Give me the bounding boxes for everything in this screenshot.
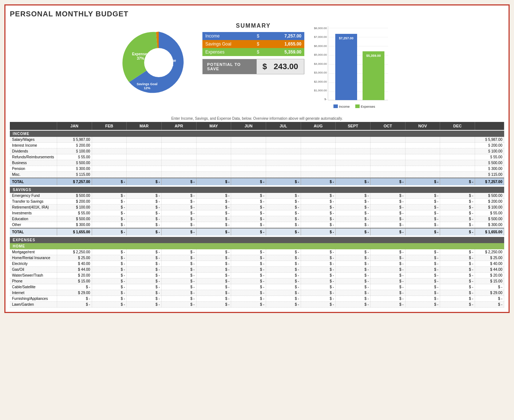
cell [440, 172, 475, 177]
table-row: Cable/Satellite $ - $ -$ -$ - $ -$ -$ - … [10, 284, 504, 290]
cell [371, 166, 406, 171]
expenses-value: 5,359.00 [267, 48, 304, 56]
cell [406, 166, 440, 171]
cell [371, 148, 406, 154]
home-subsection-header: HOME [10, 243, 504, 249]
cell [92, 137, 127, 142]
cell: $ 300.00 [57, 166, 92, 171]
cell [197, 172, 232, 177]
cell [92, 172, 127, 177]
row-total: $ 300.00 [475, 166, 504, 171]
savings-currency: $ [254, 40, 268, 48]
cell [371, 160, 406, 166]
cell [336, 160, 371, 166]
cell [301, 143, 336, 148]
income-section: INCOME Salary/Wages $ 5,987.00 $ 5,987.0… [10, 131, 504, 185]
savings-value: 1,655.00 [267, 40, 304, 48]
table-row: Investments $ 55.00 $ -$ -$ - $ -$ -$ - … [10, 210, 504, 216]
cell [197, 166, 232, 171]
cell [336, 148, 371, 154]
row-total: $ 500.00 [475, 160, 504, 166]
summary-table: Income $ 7,257.00 Savings Goal $ 1,655.0… [202, 32, 304, 56]
table-row: Retirement(401K, IRA) $ 100.00 $ -$ -$ -… [10, 205, 504, 210]
cell [406, 143, 440, 148]
cell [371, 137, 406, 142]
svg-text:$8,000.00: $8,000.00 [314, 27, 327, 30]
table-row: Home/Rental Insurance $ 25.00 $ -$ -$ - … [10, 255, 504, 261]
cell [92, 148, 127, 154]
cell [266, 148, 301, 154]
table-row: Phone $ 15.00 $ -$ -$ - $ -$ -$ - $ -$ -… [10, 278, 504, 284]
potential-save-value: $ 243.00 [257, 60, 304, 74]
cell [162, 148, 197, 154]
income-label: Income [202, 32, 254, 40]
cell [266, 143, 301, 148]
cell [406, 148, 440, 154]
cell [301, 137, 336, 142]
svg-text:$7,257.00: $7,257.00 [339, 36, 353, 40]
cell [406, 160, 440, 166]
income-section-header: INCOME [10, 131, 504, 137]
header-jun: JUN [231, 122, 266, 130]
cell [92, 143, 127, 148]
summary-title: SUMMARY [202, 23, 304, 29]
svg-text:$1,000.00: $1,000.00 [314, 89, 327, 92]
cell [406, 137, 440, 142]
table-row: Lawn/Garden $ - $ -$ -$ - $ -$ -$ - $ -$… [10, 302, 504, 308]
cell [440, 154, 475, 160]
total-dec: $ - [440, 178, 475, 185]
total-mar: $ - [127, 178, 162, 185]
months-header: JAN FEB MAR APR MAY JUN JUL AUG SEPT OCT… [10, 122, 504, 130]
svg-text:51%: 51% [166, 63, 173, 67]
header-nov: NOV [406, 122, 440, 130]
cell [127, 148, 162, 154]
cell [197, 148, 232, 154]
table-row: Misc. $ 115.00 $ 115.00 [10, 172, 504, 178]
cell [440, 137, 475, 142]
cell [197, 154, 232, 160]
total-oct: $ - [371, 178, 406, 185]
svg-text:Savings Goal: Savings Goal [137, 82, 157, 86]
cell [162, 172, 197, 177]
cell [162, 166, 197, 171]
row-total: $ 5,987.00 [475, 137, 504, 142]
table-row: Internet $ 29.00 $ -$ -$ - $ -$ -$ - $ -… [10, 290, 504, 296]
cell [440, 160, 475, 166]
svg-text:$2,000.00: $2,000.00 [314, 80, 327, 83]
table-row: Interest Income $ 200.00 $ 200.00 [10, 143, 504, 148]
header-total [475, 122, 504, 130]
cell [127, 166, 162, 171]
header-dec: DEC [440, 122, 475, 130]
cell [231, 172, 266, 177]
summary-section: Income 51% Expenses 37% Savings Goal 12%… [10, 23, 504, 111]
expenses-currency: $ [254, 48, 268, 56]
cell [231, 160, 266, 166]
cell: $ 500.00 [57, 160, 92, 166]
row-label: Business [10, 160, 57, 166]
total-annual: $ 7,257.00 [475, 178, 504, 185]
svg-text:$4,000.00: $4,000.00 [314, 62, 327, 66]
cell [127, 143, 162, 148]
svg-rect-30 [333, 104, 338, 108]
header-apr: APR [162, 122, 197, 130]
svg-text:Expenses: Expenses [361, 105, 375, 108]
table-row: Furnishing/Appliances $ - $ -$ -$ - $ -$… [10, 296, 504, 302]
header-mar: MAR [127, 122, 162, 130]
svg-text:$-: $- [324, 98, 327, 101]
table-row: Other $ 300.00 $ -$ -$ - $ -$ -$ - $ -$ … [10, 222, 504, 228]
table-row: Education $ 500.00 $ -$ -$ - $ -$ -$ - $… [10, 216, 504, 222]
row-total: $ 200.00 [475, 143, 504, 148]
cell [336, 137, 371, 142]
cell [162, 143, 197, 148]
svg-rect-26 [335, 34, 357, 100]
cell [301, 154, 336, 160]
total-apr: $ - [162, 178, 197, 185]
header-feb: FEB [92, 122, 127, 130]
cell [127, 172, 162, 177]
svg-text:12%: 12% [144, 86, 150, 90]
cell [92, 154, 127, 160]
cell [301, 148, 336, 154]
table-row: Transfer to Savings $ 200.00 $ -$ -$ - $… [10, 199, 504, 205]
svg-text:$3,000.00: $3,000.00 [314, 71, 327, 74]
cell [266, 160, 301, 166]
